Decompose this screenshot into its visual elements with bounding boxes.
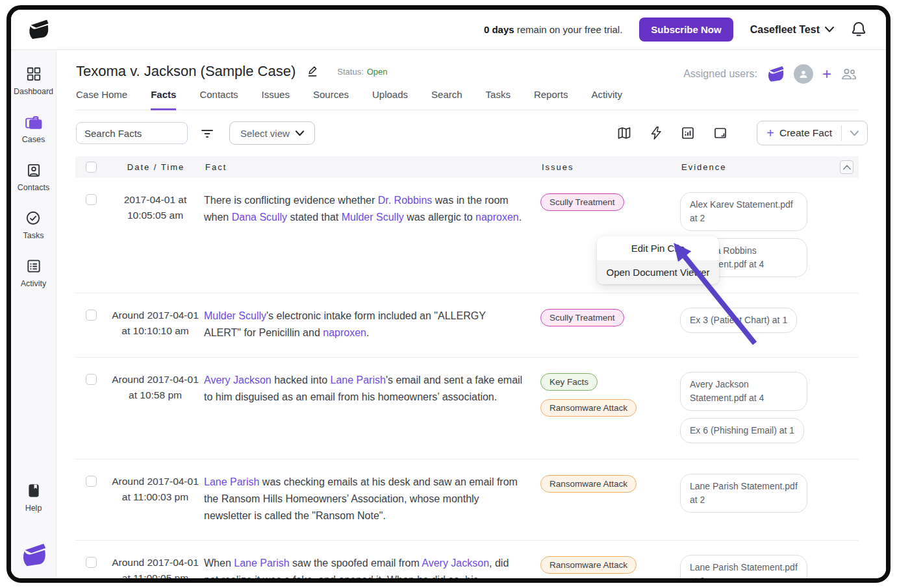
account-menu[interactable]: Casefleet Test [750, 24, 834, 36]
lightning-icon[interactable] [649, 125, 663, 141]
entity-link[interactable]: Mulder Scully [342, 212, 404, 223]
row-checkbox[interactable] [86, 310, 97, 321]
entity-link[interactable]: Avery Jackson [422, 557, 489, 569]
facts-table-body: 2017-04-01 at 10:05:05 amThere is confli… [75, 178, 859, 583]
collapse-icon[interactable] [840, 160, 853, 174]
tab-search[interactable]: Search [431, 89, 462, 110]
select-all-checkbox[interactable] [86, 162, 97, 173]
casefleet-logo-icon[interactable] [19, 542, 49, 569]
evidence-chip[interactable]: Ex 3 (Patient Chart) at 1 [680, 308, 797, 333]
fact-segment: hacked into [272, 374, 331, 386]
dashboard-grid-icon [25, 66, 42, 82]
evidence-chip[interactable]: Lane Parish Statement.pdf at 2 [680, 474, 807, 513]
context-menu: Edit Pin CiteOpen Document Viewer [597, 236, 719, 284]
trial-banner: 0 days remain on your free trial. [484, 24, 622, 35]
entity-link[interactable]: Lane Parish [204, 476, 259, 487]
entity-link[interactable]: naproxen [323, 327, 366, 338]
search-input[interactable] [76, 122, 188, 144]
issue-tag[interactable]: Scully Treatment [540, 309, 624, 326]
menu-item-edit-pin-cite[interactable]: Edit Pin Cite [597, 236, 719, 260]
subscribe-now-button[interactable]: Subscribe Now [639, 18, 733, 42]
row-checkbox[interactable] [86, 194, 97, 205]
casefleet-avatar[interactable] [765, 65, 786, 84]
evidence-cell: Lane Parish Statement.pdf at 2Lane Paris… [680, 555, 859, 583]
issues-cell: Scully Treatment [540, 308, 680, 326]
entity-link[interactable]: Lane Parish [234, 557, 289, 569]
tab-reports[interactable]: Reports [534, 89, 568, 110]
fact-text: Avery Jackson hacked into Lane Parish's … [204, 372, 540, 406]
entity-link[interactable]: Avery Jackson [204, 374, 272, 386]
entity-link[interactable]: Dr. Robbins [378, 195, 433, 206]
issue-tag[interactable]: Key Facts [540, 373, 598, 391]
issue-tag[interactable]: Ransomware Attack [540, 556, 637, 574]
evidence-cell: Lane Parish Statement.pdf at 2 [680, 474, 859, 513]
casefleet-logo-icon[interactable] [25, 18, 51, 42]
evidence-chip[interactable]: Ex 6 (Phishing Email) at 1 [680, 418, 804, 443]
fact-datetime: Around 2017-04-01 at 11:00:03 pm [107, 474, 204, 505]
sidebar-item-contacts[interactable]: Contacts [18, 162, 49, 192]
help-book-icon [25, 482, 42, 499]
facts-table: Date / Time Fact Issues Evidence 2017-04… [75, 156, 859, 583]
sidebar-label: Contacts [18, 183, 49, 192]
manage-users-icon[interactable] [840, 67, 857, 81]
issue-tag[interactable]: Scully Treatment [540, 193, 624, 211]
row-checkbox[interactable] [86, 374, 97, 385]
avatar[interactable] [794, 64, 813, 84]
account-name: Casefleet Test [750, 24, 820, 36]
sidebar-item-cases[interactable]: Cases [22, 114, 45, 144]
issues-cell: Key FactsRansomware Attack [540, 372, 680, 417]
bell-icon[interactable] [851, 21, 866, 38]
evidence-chip[interactable]: Lane Parish Statement.pdf at 2 [680, 555, 807, 583]
sidebar-label: Activity [21, 279, 47, 288]
tab-tasks[interactable]: Tasks [486, 89, 511, 110]
evidence-chip[interactable]: Avery Jackson Statement.pdf at 4 [680, 372, 807, 411]
map-icon[interactable] [616, 125, 632, 141]
contact-badge-icon [25, 162, 42, 178]
status-badge: Open [367, 67, 388, 77]
edit-pencil-icon[interactable] [306, 64, 320, 79]
entity-link[interactable]: naproxen [475, 212, 519, 223]
assigned-users: Assigned users: + [683, 64, 857, 84]
create-fact-button[interactable]: + Create Fact [757, 121, 868, 145]
tab-case-home[interactable]: Case Home [76, 89, 127, 110]
plus-icon: + [766, 126, 774, 141]
menu-item-open-document-viewer[interactable]: Open Document Viewer [597, 260, 719, 284]
issue-tag[interactable]: Ransomware Attack [540, 475, 637, 493]
frame-icon[interactable] [713, 125, 728, 141]
sidebar-item-help[interactable]: Help [25, 482, 42, 513]
row-checkbox[interactable] [86, 557, 97, 568]
table-header: Date / Time Fact Issues Evidence [75, 156, 859, 178]
chart-icon[interactable] [680, 125, 696, 141]
fact-segment: saw the spoofed email from [290, 557, 422, 569]
chevron-down-icon [296, 130, 304, 136]
facts-toolbar: Select view [57, 110, 886, 154]
tab-contacts[interactable]: Contacts [199, 89, 238, 110]
fact-datetime: Around 2017-04-01 at 11:00:05 pm [107, 555, 204, 583]
add-user-button[interactable]: + [822, 66, 831, 82]
table-row: Around 2017-04-01 at 10:58 pmAvery Jacks… [75, 358, 859, 459]
fact-segment: . [366, 327, 369, 338]
tab-activity[interactable]: Activity [591, 89, 622, 110]
main-content: Texoma v. Jackson (Sample Case) Status: … [57, 50, 886, 578]
entity-link[interactable]: Mulder Scully [204, 310, 266, 321]
tab-uploads[interactable]: Uploads [372, 89, 408, 110]
sidebar-item-tasks[interactable]: Tasks [23, 210, 44, 240]
filter-icon[interactable] [199, 125, 215, 141]
entity-link[interactable]: Dana Scully [232, 212, 287, 223]
column-header-date: Date / Time [107, 162, 204, 172]
fact-segment: There is conflicting evidence whether [204, 195, 378, 206]
fact-datetime: 2017-04-01 at 10:05:05 am [107, 192, 204, 223]
tab-sources[interactable]: Sources [313, 89, 349, 110]
issues-cell: Scully Treatment [540, 192, 680, 211]
entity-link[interactable]: Lane Parish [330, 374, 385, 386]
sidebar-item-activity[interactable]: Activity [21, 258, 47, 288]
issue-tag[interactable]: Ransomware Attack [540, 399, 637, 417]
row-checkbox[interactable] [86, 476, 97, 487]
create-fact-caret[interactable] [842, 121, 867, 145]
tab-issues[interactable]: Issues [262, 89, 290, 110]
select-view-button[interactable]: Select view [229, 121, 315, 145]
evidence-chip[interactable]: Alex Karev Statement.pdf at 2 [680, 192, 807, 231]
fact-segment: . [519, 212, 522, 223]
tab-facts[interactable]: Facts [151, 89, 176, 110]
sidebar-item-dashboard[interactable]: Dashboard [14, 66, 53, 96]
